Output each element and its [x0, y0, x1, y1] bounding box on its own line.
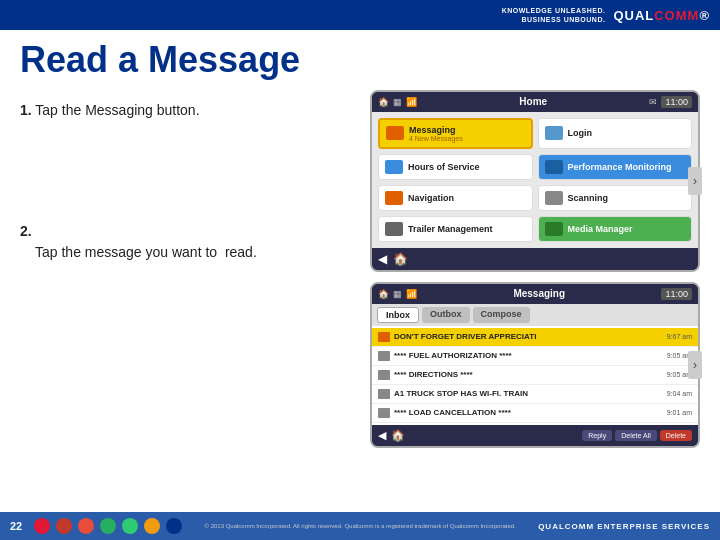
- content-area: 1. Tap the Messaging button. 2. Tap the …: [20, 90, 700, 448]
- menu-item-performance[interactable]: Performance Monitoring: [538, 154, 693, 180]
- screen2-wrapper: 🏠 ▦ 📶 Messaging 11:00 Inbox Outbox Compo…: [370, 282, 700, 448]
- dot-lightgreen: [122, 518, 138, 534]
- messaging-sub: 4 New Messages: [409, 135, 463, 142]
- dot-green: [100, 518, 116, 534]
- page-title: Read a Message: [20, 40, 700, 80]
- screen1: 🏠 ▦ 📶 Home ✉ 11:00: [370, 90, 700, 272]
- menu-item-media[interactable]: Media Manager: [538, 216, 693, 242]
- unread-msg-icon: [378, 332, 390, 342]
- read-msg-icon: [378, 370, 390, 380]
- home-btn[interactable]: 🏠: [393, 252, 408, 266]
- dot-blue: [166, 518, 182, 534]
- screen1-home-label: Home: [519, 96, 547, 107]
- message-subject: **** LOAD CANCELLATION ****: [394, 408, 511, 417]
- delete-all-button[interactable]: Delete All: [615, 430, 657, 441]
- scanning-label: Scanning: [568, 193, 609, 203]
- screen2-header: 🏠 ▦ 📶 Messaging 11:00: [372, 284, 698, 304]
- delete-button[interactable]: Delete: [660, 430, 692, 441]
- footer-buttons: Reply Delete All Delete: [582, 430, 692, 441]
- performance-label: Performance Monitoring: [568, 162, 672, 172]
- menu-item-messaging[interactable]: Messaging 4 New Messages: [378, 118, 533, 149]
- screen1-body: Messaging 4 New Messages Login: [372, 112, 698, 248]
- wifi-icon: 📶: [406, 97, 417, 107]
- read-msg-icon: [378, 389, 390, 399]
- home-btn2[interactable]: 🏠: [391, 429, 405, 442]
- menu-item-trailer[interactable]: Trailer Management: [378, 216, 533, 242]
- header-tagline: KNOWLEDGE UNLEASHED. BUSINESS UNBOUND.: [502, 6, 606, 24]
- back-btn2[interactable]: ◀: [378, 429, 386, 442]
- screen1-header: 🏠 ▦ 📶 Home ✉ 11:00: [372, 92, 698, 112]
- qualcomm-bottom-brand: QUALCOMM ENTERPRISE SERVICES: [538, 522, 710, 531]
- back-btn[interactable]: ◀: [378, 252, 387, 266]
- screen1-icons: 🏠 ▦ 📶: [378, 97, 417, 107]
- hours-icon: [385, 160, 403, 174]
- step-2: 2. Tap the message you want to read.: [20, 221, 350, 263]
- message-subject: A1 TRUCK STOP HAS WI-FI. TRAIN: [394, 389, 528, 398]
- page-number: 22: [10, 520, 22, 532]
- login-label: Login: [568, 128, 593, 138]
- screen1-nav: ◀ 🏠: [372, 248, 698, 270]
- screen2-title: Messaging: [513, 288, 565, 299]
- wifi-icon2: 📶: [406, 289, 417, 299]
- step-1: 1. Tap the Messaging button.: [20, 100, 350, 121]
- menu-item-navigation[interactable]: Navigation: [378, 185, 533, 211]
- message-subject: **** DIRECTIONS ****: [394, 370, 473, 379]
- login-icon: [545, 126, 563, 140]
- navigation-icon: [385, 191, 403, 205]
- read-msg-icon: [378, 408, 390, 418]
- menu-item-login[interactable]: Login: [538, 118, 693, 149]
- trailer-label: Trailer Management: [408, 224, 493, 234]
- message-row[interactable]: A1 TRUCK STOP HAS WI-FI. TRAIN 9:04 am: [372, 385, 698, 404]
- media-icon: [545, 222, 563, 236]
- signal-icon2: ▦: [393, 289, 402, 299]
- copyright-text: © 2013 Qualcomm Incorporated. All rights…: [188, 523, 532, 529]
- screen2-icons: 🏠 ▦ 📶: [378, 289, 417, 299]
- main-content: Read a Message 1. Tap the Messaging butt…: [0, 30, 720, 453]
- tab-inbox[interactable]: Inbox: [377, 307, 419, 323]
- tab-outbox[interactable]: Outbox: [422, 307, 470, 323]
- media-label: Media Manager: [568, 224, 633, 234]
- menu-item-hours[interactable]: Hours of Service: [378, 154, 533, 180]
- screen2-tabs: Inbox Outbox Compose: [372, 304, 698, 326]
- performance-icon: [545, 160, 563, 174]
- trailer-icon: [385, 222, 403, 236]
- screen2-time: 11:00: [661, 288, 692, 300]
- screen1-time: 11:00: [661, 96, 692, 108]
- dot-red: [34, 518, 50, 534]
- bottom-bar: 22 © 2013 Qualcomm Incorporated. All rig…: [0, 512, 720, 540]
- dot-lightred: [78, 518, 94, 534]
- message-subject: DON'T FORGET DRIVER APPRECIATI: [394, 332, 536, 341]
- reply-button[interactable]: Reply: [582, 430, 612, 441]
- tab-compose[interactable]: Compose: [473, 307, 530, 323]
- scanning-icon: [545, 191, 563, 205]
- signal-icon: ▦: [393, 97, 402, 107]
- qualcomm-logo: QUALCOMM®: [613, 8, 710, 23]
- header-bar: KNOWLEDGE UNLEASHED. BUSINESS UNBOUND. Q…: [0, 0, 720, 30]
- message-time: 9:04 am: [667, 390, 692, 397]
- screen2-footer: ◀ 🏠 Reply Delete All Delete: [372, 425, 698, 446]
- screen1-wrapper: 🏠 ▦ 📶 Home ✉ 11:00: [370, 90, 700, 272]
- dot-orange: [144, 518, 160, 534]
- footer-nav: ◀ 🏠: [378, 429, 405, 442]
- message-row[interactable]: **** DIRECTIONS **** 9:05 am: [372, 366, 698, 385]
- message-time: 9:01 am: [667, 409, 692, 416]
- home-icon: 🏠: [378, 97, 389, 107]
- scroll-arrow[interactable]: ›: [688, 167, 702, 195]
- message-list: DON'T FORGET DRIVER APPRECIATI 9:67 am *…: [372, 326, 698, 425]
- messaging-label: Messaging: [409, 125, 463, 135]
- screens-column: 🏠 ▦ 📶 Home ✉ 11:00: [370, 90, 700, 448]
- scroll-arrow2[interactable]: ›: [688, 351, 702, 379]
- home-icon2: 🏠: [378, 289, 389, 299]
- screen2: 🏠 ▦ 📶 Messaging 11:00 Inbox Outbox Compo…: [370, 282, 700, 448]
- hours-label: Hours of Service: [408, 162, 480, 172]
- message-time: 9:67 am: [667, 333, 692, 340]
- messaging-icon: [386, 126, 404, 140]
- dot-darkred: [56, 518, 72, 534]
- message-row[interactable]: **** LOAD CANCELLATION **** 9:01 am: [372, 404, 698, 423]
- message-row[interactable]: DON'T FORGET DRIVER APPRECIATI 9:67 am: [372, 328, 698, 347]
- message-row[interactable]: **** FUEL AUTHORIZATION **** 9:05 am: [372, 347, 698, 366]
- navigation-label: Navigation: [408, 193, 454, 203]
- read-msg-icon: [378, 351, 390, 361]
- menu-item-scanning[interactable]: Scanning: [538, 185, 693, 211]
- message-subject: **** FUEL AUTHORIZATION ****: [394, 351, 512, 360]
